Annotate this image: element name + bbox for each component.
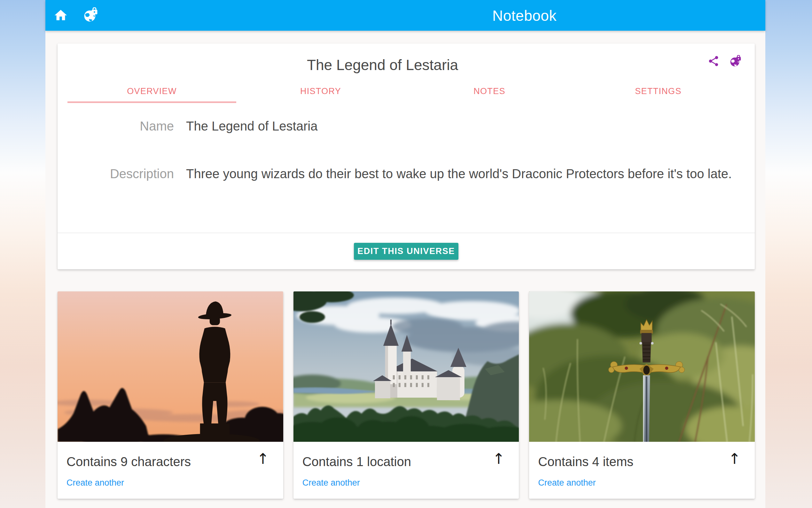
share-icon[interactable] [708, 55, 720, 68]
edit-universe-button[interactable]: EDIT THIS UNIVERSE [354, 243, 459, 260]
castle-landscape-photo[interactable] [293, 291, 519, 442]
universe-title: The Legend of Lestaria [57, 43, 708, 79]
locations-card-footer: Contains 1 location Create another ↑ [293, 442, 519, 499]
description-value: Three young wizards do their best to wak… [186, 165, 755, 182]
locations-card: Contains 1 location Create another ↑ [293, 291, 519, 499]
tab-overview[interactable]: OVERVIEW [67, 79, 236, 103]
globe-lock-icon[interactable] [729, 55, 742, 68]
create-character-link[interactable]: Create another [66, 478, 274, 488]
create-item-link[interactable]: Create another [538, 478, 746, 488]
app-bar: Notebook [45, 0, 765, 31]
characters-card: Contains 9 characters Create another ↑ [57, 291, 283, 499]
sword-in-grass-photo[interactable] [529, 291, 755, 442]
universe-tabs: OVERVIEW HISTORY NOTES SETTINGS [67, 79, 743, 103]
home-icon [53, 8, 68, 23]
items-card-footer: Contains 4 items Create another ↑ [529, 442, 755, 499]
create-location-link[interactable]: Create another [302, 478, 510, 488]
characters-summary: Contains 9 characters [66, 455, 274, 469]
universe-card-actions: EDIT THIS UNIVERSE [57, 232, 755, 269]
app-title: Notebook [492, 0, 557, 31]
name-value: The Legend of Lestaria [186, 118, 755, 134]
app-column: Notebook The Legend of Lestaria [45, 0, 765, 508]
field-row-name: Name The Legend of Lestaria [57, 103, 755, 149]
characters-card-footer: Contains 9 characters Create another ↑ [57, 442, 283, 499]
universe-card-header: The Legend of Lestaria [57, 43, 755, 79]
items-summary: Contains 4 items [538, 455, 746, 469]
tab-history[interactable]: HISTORY [236, 79, 405, 103]
globe-lock-icon [83, 7, 99, 24]
universe-card: The Legend of Lestaria [57, 43, 755, 269]
arrow-up-icon[interactable]: ↑ [728, 450, 741, 467]
universe-card-icons [708, 43, 755, 79]
tab-settings[interactable]: SETTINGS [574, 79, 743, 103]
locations-summary: Contains 1 location [302, 455, 510, 469]
items-card: Contains 4 items Create another ↑ [529, 291, 755, 499]
sunset-scout-silhouette-photo[interactable] [57, 291, 283, 442]
tab-notes[interactable]: NOTES [405, 79, 574, 103]
arrow-up-icon[interactable]: ↑ [257, 450, 269, 467]
collection-cards-row: Contains 9 characters Create another ↑ [57, 291, 755, 499]
field-row-description: Description Three young wizards do their… [57, 149, 755, 198]
page: { "header": { "title": "Notebook" }, "un… [0, 0, 812, 508]
description-label: Description [57, 167, 186, 181]
home-button[interactable] [52, 0, 69, 31]
name-label: Name [57, 119, 186, 133]
arrow-up-icon[interactable]: ↑ [493, 450, 505, 467]
privacy-globe-button[interactable] [83, 0, 99, 31]
